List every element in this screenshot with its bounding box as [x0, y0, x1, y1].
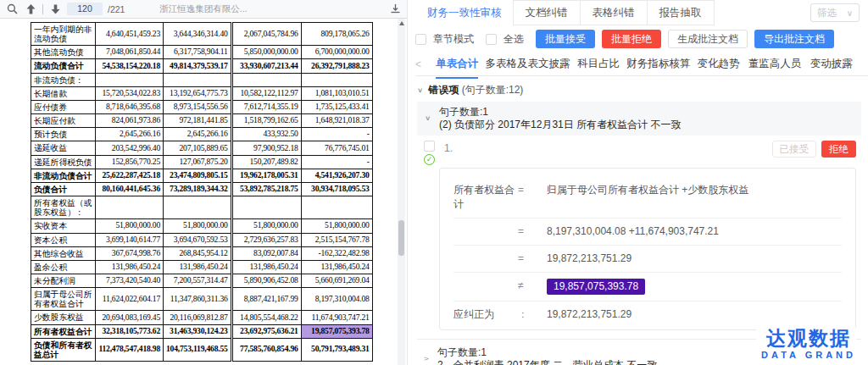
download-icon[interactable] — [388, 3, 402, 16]
value-cell: 131,986,450.24 — [231, 260, 301, 274]
value-cell: 150,207,489.82 — [231, 155, 301, 169]
error-section-count: (句子数量:12) — [462, 84, 524, 96]
formula-operator: = — [518, 252, 547, 266]
formula-operator: = — [518, 183, 547, 197]
value-cell: 152,856,770.25 — [96, 155, 164, 169]
subtab-prev-icon[interactable]: < — [415, 58, 429, 70]
value-cell — [164, 196, 232, 219]
value-cell: 5,660,691,269.04 — [301, 274, 372, 287]
chevron-down-icon: ∨ — [847, 8, 853, 18]
value-cell: 7,200,557,314.47 — [164, 274, 232, 287]
tab-2[interactable]: 表格纠错 — [580, 0, 648, 25]
subtab-2[interactable]: 科目占比 — [570, 53, 627, 76]
value-cell: 51,800,000.00 — [301, 219, 372, 233]
value-cell: 8,718,646,395.68 — [96, 100, 164, 113]
row-label: 所有者权益（或股东权益）： — [31, 196, 96, 219]
value-cell: 80,160,441,645.36 — [96, 182, 164, 196]
table-row: 实收资本51,800,000.0051,800,000.0051,800,000… — [31, 219, 373, 233]
table-row: 其他流动负债7,048,061,850.446,317,758,904.115,… — [31, 46, 373, 59]
select-all-label: 全选 — [504, 32, 524, 47]
value-cell — [96, 73, 164, 86]
formula-value: 19,857,075,393.78 — [547, 279, 842, 295]
select-all-checkbox[interactable] — [486, 34, 497, 45]
row-label: 长期应付款 — [31, 114, 96, 128]
row-label: 未分配利润 — [31, 274, 96, 287]
scrollbar-thumb[interactable] — [398, 220, 404, 256]
tab-1[interactable]: 文档纠错 — [513, 0, 581, 25]
batch-accept-button[interactable]: 批量接受 — [536, 30, 595, 48]
row-label: 资本公积 — [31, 233, 96, 246]
row-label: 一年内到期的非流动负债 — [31, 23, 96, 46]
value-cell: 20,694,083,169.45 — [96, 311, 164, 324]
value-cell: 4,541,926,207.30 — [301, 169, 372, 182]
zoom-icon[interactable] — [5, 3, 19, 16]
page-total: /221 — [108, 4, 125, 14]
table-row: 所有者权益合计32,318,105,773.6231,463,930,124.2… — [31, 324, 373, 338]
value-cell: 3,644,346,314.40 — [164, 23, 232, 46]
subtab-5[interactable]: 董监高人员 — [747, 53, 804, 76]
table-row: 其他综合收益367,674,998.76268,845,954.1283,092… — [31, 246, 373, 260]
filter-dropdown[interactable]: 筛选 ∨ — [810, 3, 860, 22]
value-cell: 809,178,065.26 — [301, 23, 372, 46]
value-cell: 207,105,889.65 — [164, 141, 232, 155]
value-cell: 13,192,654,775.73 — [164, 86, 232, 100]
value-cell: 11,347,860,311.36 — [164, 288, 232, 311]
value-cell: 25,622,287,425.18 — [96, 169, 164, 182]
sub-tabbar: < 单表合计多表格及表文披露科目占比财务指标核算变化趋势董监高人员变动披露 — [415, 53, 868, 76]
collapse-icon[interactable]: ∨ — [417, 86, 423, 94]
batch-reject-button[interactable]: 批量拒绝 — [602, 30, 661, 48]
highlighted-cell[interactable]: 19,857,075,393.78 — [301, 324, 372, 338]
table-row: 盈余公积131,986,450.24131,986,450.24131,986,… — [31, 260, 373, 274]
document-scrollbar[interactable] — [398, 19, 405, 365]
tab-3[interactable]: 报告抽取 — [647, 0, 715, 25]
formula-label: 所有者权益合计 — [453, 183, 518, 212]
value-cell: 53,892,785,218.75 — [231, 182, 301, 196]
value-cell: 73,289,189,344.32 — [164, 182, 232, 196]
document-page: 一年内到期的非流动负债4,640,451,459.233,644,346,314… — [0, 19, 407, 365]
group-sentence-count: 句子数量:1 — [439, 106, 853, 119]
logo-text-en: DATA GRAND — [761, 349, 856, 361]
subtab-0[interactable]: 单表合计 — [429, 53, 486, 76]
correction-value: 19,872,213,751.29 — [547, 307, 842, 322]
item-index: 1. — [444, 142, 453, 154]
value-cell: -162,322,482.98 — [301, 246, 372, 260]
value-cell: 51,800,000.00 — [96, 219, 164, 233]
reject-button[interactable]: 拒绝 — [821, 141, 856, 158]
correction-label: 应纠正为 — [453, 307, 518, 322]
table-row: 长期应付款824,061,973.86972,181,441.851,518,7… — [31, 114, 373, 128]
error-item-row: ✓ 1. 已接受 拒绝 — [417, 141, 861, 161]
correction-row: 应纠正为 ： 19,872,213,751.29 — [453, 301, 842, 328]
error-group-header[interactable]: ∨ 句子数量:1 (2) 负债部分 2017年12月31日 所有者权益合计 不一… — [417, 102, 861, 135]
tab-0[interactable]: 财务一致性审核 — [415, 0, 514, 25]
value-cell: - — [301, 155, 372, 169]
value-cell: 51,800,000.00 — [164, 219, 232, 233]
value-cell: 11,624,022,604.17 — [96, 288, 164, 311]
table-row: 所有者权益（或股东权益）： — [31, 196, 373, 219]
scroll-up-icon[interactable] — [398, 19, 404, 26]
formula-operator: ≠ — [518, 279, 547, 293]
value-cell: 104,753,119,468.55 — [164, 338, 232, 361]
subtab-4[interactable]: 变化趋势 — [690, 53, 747, 76]
subtab-3[interactable]: 财务指标核算 — [626, 53, 690, 76]
value-cell — [301, 196, 372, 219]
subtab-1[interactable]: 多表格及表文披露 — [486, 53, 570, 76]
export-annotation-button[interactable]: 导出批注文档 — [754, 30, 834, 48]
subtab-6[interactable]: 变动披露 — [803, 53, 860, 76]
document-toolbar: 120 /221 浙江恒逸集团有限公... — [0, 0, 407, 19]
formula-row: =19,872,213,751.29 — [453, 245, 842, 272]
value-cell: 8,887,421,167.99 — [231, 288, 301, 311]
page-up-icon[interactable] — [24, 3, 37, 16]
item-checkbox[interactable] — [424, 141, 435, 152]
page-down-icon[interactable] — [48, 3, 62, 16]
value-cell: 7,373,420,540.40 — [96, 274, 164, 287]
generate-annotation-button[interactable]: 生成批注文档 — [668, 30, 748, 48]
accepted-button[interactable]: 已接受 — [772, 141, 817, 158]
group-title: (2) 负债部分 2017年12月31日 所有者权益合计 不一致 — [439, 119, 853, 131]
formula-row: 所有者权益合计=归属于母公司所有者权益合计 +少数股东权益 — [453, 177, 842, 218]
value-cell: 11,674,903,747.21 — [301, 311, 372, 324]
page-number-input[interactable]: 120 — [67, 3, 103, 15]
chapter-mode-checkbox[interactable] — [415, 34, 426, 45]
table-row: 流动负债合计54,538,154,220.1849,814,379,539.17… — [31, 59, 373, 73]
value-cell: 2,729,636,257.83 — [231, 233, 301, 246]
value-cell: 6,700,000,000.00 — [301, 46, 372, 59]
